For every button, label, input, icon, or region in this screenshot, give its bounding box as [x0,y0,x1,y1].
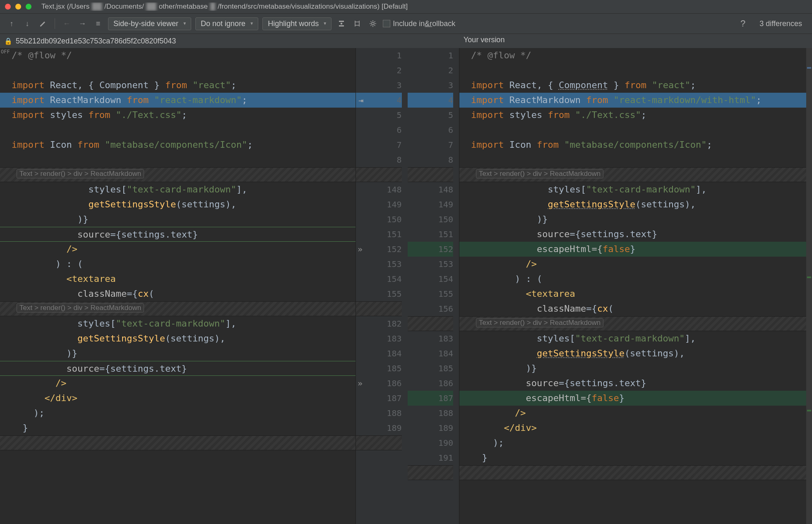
line-number: 5 [408,108,454,123]
ignore-mode-select[interactable]: Do not ignore [195,17,258,30]
toolbar: ↑ ↓ ← → ≡ Side-by-side viewer Do not ign… [0,13,812,34]
code-text: } [619,393,625,403]
code-text: escapeHtml={ [526,393,591,403]
sync-scroll-icon[interactable] [351,18,363,29]
viewer-mode-select[interactable]: Side-by-side viewer [108,17,191,30]
code-text: "metabase/components/Icon" [105,139,247,150]
minimize-window-icon[interactable] [15,4,21,10]
line-number: 190 [408,435,454,450]
forward-icon[interactable]: → [77,18,88,29]
code-text: from [548,110,569,120]
fold-row[interactable] [0,435,356,450]
title-filename: Text.jsx [41,2,65,10]
fold-row[interactable]: Text > render() > div > ReactMarkdown [459,316,812,331]
code-breadcrumb: Text > render() > div > ReactMarkdown [17,303,144,312]
close-window-icon[interactable] [5,4,11,10]
code-text: ReactMarkdown [509,95,581,105]
line-number: 154 [408,272,454,286]
code-text: "./Text.css" [575,110,641,120]
code-text: )} [77,214,89,224]
collapse-icon[interactable] [336,18,347,29]
code-text: import [12,139,44,150]
insert-arrow-icon[interactable]: » [355,376,365,391]
title-path-1: (/Users [67,2,89,10]
code-text: )} [66,348,77,358]
line-number: 3 [356,78,402,93]
code-text: ) : ( [515,274,542,284]
gutter: 1 2 3 ⇥4 5 6 7 8 148 149 150 151 »152 15… [356,48,459,524]
code-text: ); [493,437,504,448]
code-text: React [509,80,537,90]
fold-row[interactable]: Text > render() > div > ReactMarkdown [0,167,356,182]
diff-count-label: 3 differences [755,19,806,28]
line-number: 186 [408,376,454,391]
code-text: import [471,139,504,150]
code-text: "metabase/components/Icon" [564,139,706,150]
scrollbar[interactable] [806,48,812,524]
right-pane[interactable]: /* @flow */ import React, { Component } … [459,48,812,524]
code-text: } [630,244,635,254]
line-number: 2 [356,63,402,78]
line-number: 185 [356,361,402,376]
code-text: ); [34,408,45,418]
line-number: 153 [408,257,454,272]
line-number: 187 [408,391,454,406]
line-number: 149 [408,197,454,212]
title-path-3: other/metabase [159,2,208,10]
line-number: 3 [408,78,454,93]
edit-icon[interactable] [37,18,49,29]
settings-gear-icon[interactable] [367,18,379,29]
code-text: /* @flow */ [12,50,72,60]
next-diff-icon[interactable]: ↓ [22,18,33,29]
gutter-right: 1 2 3 4 5 6 7 8 148 149 150 151 152 153 … [408,48,459,524]
code-text: )} [537,214,548,224]
code-text: Component [559,80,608,90]
fold-row[interactable]: Text > render() > div > ReactMarkdown [459,167,812,182]
checkbox-icon[interactable] [383,20,390,27]
zoom-window-icon[interactable] [26,4,31,10]
rollback-label-pre: Include in [393,19,425,28]
line-number: 6 [408,123,454,137]
rollback-label-u: &r [425,19,432,28]
fold-row[interactable] [459,465,812,480]
line-number: 189 [408,421,454,435]
line-number: 183 [408,331,454,346]
list-icon[interactable]: ≡ [92,18,104,29]
line-number: 151 [356,227,402,242]
code-breadcrumb: Text > render() > div > ReactMarkdown [476,169,603,178]
fold-row[interactable]: Text > render() > div > ReactMarkdown [0,301,356,316]
line-number: 154 [356,272,402,286]
line-number: 1 [408,48,454,63]
code-text: Icon [509,139,531,150]
window-controls [5,4,31,10]
code-text: styles [50,110,83,120]
help-icon[interactable]: ? [735,18,751,29]
code-text: React [50,80,77,90]
code-text: styles [509,110,542,120]
code-text: import [471,80,504,90]
diff-body: OFF /* @flow */ import React, { Componen… [0,48,812,524]
left-version-label: 55b212db092ed1e53c753ca786d5f2c0820f5043 [16,37,176,46]
line-number: 148 [408,182,454,197]
line-number: 151 [408,227,454,242]
line-number: 8 [356,152,402,167]
back-icon[interactable]: ← [61,18,72,29]
line-number: 5 [356,108,402,123]
prev-diff-icon[interactable]: ↑ [6,18,17,29]
line-number: 152 [408,242,454,257]
insert-arrow-icon[interactable]: » [355,242,365,257]
highlight-mode-select[interactable]: Highlight words [262,17,332,30]
line-number: 187 [356,391,402,406]
code-text: /> [515,408,526,418]
gutter-left: 1 2 3 ⇥4 5 6 7 8 148 149 150 151 »152 15… [356,48,408,524]
line-number: 153 [356,257,402,272]
code-text: /* @flow */ [471,50,531,60]
line-number: 182 [356,316,402,331]
code-text: ReactMarkdown [50,95,121,105]
left-pane[interactable]: OFF /* @flow */ import React, { Componen… [0,48,356,524]
code-text: "react-markdown" [154,95,242,105]
include-rollback-checkbox[interactable]: Include in &rollback [383,19,455,28]
line-number: 4 [408,93,454,108]
code-text: "react" [652,80,690,90]
line-number: 152 [387,244,401,254]
